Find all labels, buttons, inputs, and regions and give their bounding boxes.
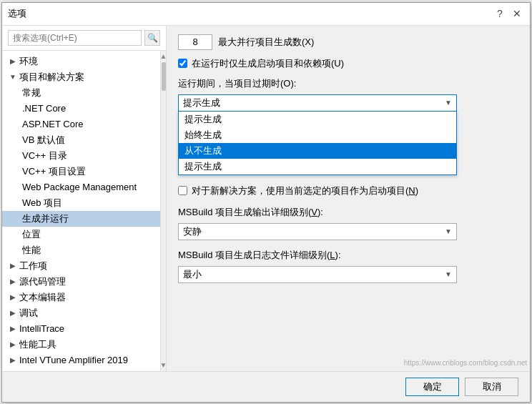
dropdown-container: 提示生成 ▼ 提示生成 始终生成 从不生成 提示生成	[178, 94, 518, 112]
tree-item-intellitrace[interactable]: ▶ IntelliTrace	[2, 321, 160, 337]
tree-item-gzx[interactable]: ▶ 工作项	[2, 258, 160, 274]
tree-item-scbinyx[interactable]: 生成并运行	[2, 211, 160, 227]
tree-item-vbmr[interactable]: VB 默认值	[2, 132, 160, 148]
tree-label-intellitrace: IntelliTrace	[19, 323, 64, 334]
tree-item-xmjjfa[interactable]: ▼ 项目和解决方案	[2, 69, 160, 85]
tree-label-intelvtune: Intel VTune Amplifier 2019	[19, 355, 128, 365]
tree-label-ydmgl: 源代码管理	[19, 275, 66, 288]
tree-label-gzx: 工作项	[19, 260, 47, 272]
msbuild-output-arrow-icon: ▼	[445, 227, 452, 235]
runtime-expired-label: 运行期间，当项目过期时(O):	[178, 78, 296, 89]
tree-item-aspnetcore[interactable]: ASP.NET Core	[2, 117, 160, 132]
new-solution-shortcut: N	[408, 185, 415, 196]
tree-label-scbinyx: 生成并运行	[22, 212, 69, 225]
runtime-only-checkbox[interactable]	[178, 59, 187, 68]
tree-item-wz[interactable]: 位置	[2, 227, 160, 242]
expand-icon-gzx: ▶	[8, 261, 18, 271]
max-parallel-label: 最大并行项目生成数(X)	[218, 36, 314, 49]
msbuild-output-shortcut: V	[311, 207, 317, 217]
expand-icon-xmjjfa: ▼	[8, 72, 18, 82]
tree-label-vcppmulu: VC++ 目录	[22, 149, 67, 162]
tree-item-cr[interactable]: 常规	[2, 85, 160, 101]
expand-icon-xngj: ▶	[8, 340, 18, 350]
tree-item-netcore[interactable]: .NET Core	[2, 101, 160, 117]
dropdown-option-tishishengcheng2[interactable]: 提示生成	[179, 159, 456, 174]
tree-label-netcore: .NET Core	[22, 103, 66, 114]
expand-icon-ydmgl: ▶	[8, 277, 18, 287]
right-panel: 8 最大并行项目生成数(X) 在运行时仅生成启动项目和依赖项(U) 运行期间，当…	[167, 26, 530, 371]
dropdown-option-tishishengcheng[interactable]: 提示生成	[179, 112, 456, 127]
tree-label-cr: 常规	[22, 87, 41, 99]
tree-label-aspnetcore: ASP.NET Core	[22, 119, 84, 129]
title-bar-buttons: ? ✕	[493, 6, 524, 21]
help-button[interactable]: ?	[493, 6, 507, 21]
tree-item-wbbj[interactable]: ▶ 文本编辑器	[2, 290, 160, 305]
tree-label-ts: 调试	[19, 307, 38, 320]
tree-item-ts[interactable]: ▶ 调试	[2, 305, 160, 321]
dialog-content: 🔍 ▶ 环境 ▼ 项目和解决方案	[2, 26, 530, 371]
msbuild-log-shortcut: L	[330, 250, 335, 260]
expand-icon-hj: ▶	[8, 56, 18, 66]
tree-item-hj[interactable]: ▶ 环境	[2, 54, 160, 69]
max-parallel-row: 8 最大并行项目生成数(X)	[178, 34, 518, 50]
search-box: 🔍	[2, 26, 166, 51]
dropdown-option-shizhongshengcheng[interactable]: 始终生成	[179, 127, 456, 143]
tree-label-xngj: 性能工具	[19, 338, 56, 351]
msbuild-log-label: MSBuild 项目生成日志文件详细级别(L):	[178, 249, 518, 262]
runtime-only-row: 在运行时仅生成启动项目和依赖项(U)	[178, 57, 518, 70]
msbuild-log-dropdown[interactable]: 最小 ▼	[178, 266, 457, 283]
close-button[interactable]: ✕	[510, 6, 524, 21]
tree-item-xngj[interactable]: ▶ 性能工具	[2, 337, 160, 353]
runtime-expired-section: 运行期间，当项目过期时(O):	[178, 77, 518, 90]
ok-button[interactable]: 确定	[405, 378, 459, 396]
search-input[interactable]	[8, 30, 142, 46]
dropdown-options-list: 提示生成 始终生成 从不生成 提示生成	[178, 112, 457, 175]
watermark: https://www.cnblogs.com/blog.csdn.net	[404, 359, 527, 367]
search-icon[interactable]: 🔍	[144, 30, 160, 46]
tree-item-intelvtune[interactable]: ▶ Intel VTune Amplifier 2019	[2, 353, 160, 368]
new-solution-row: 对于新解决方案，使用当前选定的项目作为启动项目(N)	[178, 184, 518, 197]
tree-label-vcppxmsz: VC++ 项目设置	[22, 165, 86, 178]
msbuild-output-value: 安静	[183, 225, 202, 238]
new-solution-checkbox[interactable]	[178, 186, 187, 195]
msbuild-output-label: MSBuild 项目生成输出详细级别(V):	[178, 206, 518, 219]
tree-label-webxm: Web 项目	[22, 197, 62, 210]
tree-item-vcppxmsz[interactable]: VC++ 项目设置	[2, 164, 160, 179]
main-dropdown[interactable]: 提示生成 ▼	[178, 94, 457, 112]
tree-scroll-wrapper: ▶ 环境 ▼ 项目和解决方案 常规 .NET Cor	[2, 51, 166, 371]
tree-item-vcppmulu[interactable]: VC++ 目录	[2, 148, 160, 164]
tree-label-hj: 环境	[19, 55, 38, 68]
tree-item-xn[interactable]: 性能	[2, 242, 160, 258]
dropdown-arrow-icon: ▼	[445, 99, 452, 107]
msbuild-output-dropdown[interactable]: 安静 ▼	[178, 223, 457, 240]
expand-icon-wbbj: ▶	[8, 292, 18, 302]
runtime-only-label: 在运行时仅生成启动项目和依赖项(U)	[192, 57, 344, 70]
dialog-title: 选项	[8, 7, 26, 20]
tree-item-webxm[interactable]: Web 项目	[2, 195, 160, 211]
scroll-thumb	[162, 62, 166, 91]
scroll-up-btn[interactable]: ▲	[161, 51, 166, 62]
expand-icon-ts: ▶	[8, 308, 18, 318]
cancel-button[interactable]: 取消	[465, 378, 518, 396]
tree-label-wbbj: 文本编辑器	[19, 291, 66, 304]
dropdown-selected-text: 提示生成	[183, 97, 220, 109]
tree-label-xn: 性能	[22, 244, 41, 257]
scroll-down-btn[interactable]: ▼	[161, 360, 166, 371]
tree-item-ydmgl[interactable]: ▶ 源代码管理	[2, 274, 160, 290]
dropdown-option-congbushengcheng[interactable]: 从不生成	[179, 143, 456, 159]
tree-scrollbar[interactable]: ▲ ▼	[160, 51, 166, 371]
left-panel: 🔍 ▶ 环境 ▼ 项目和解决方案	[2, 26, 167, 371]
expand-icon-intelvtune: ▶	[8, 355, 18, 365]
tree-label-xmjjfa: 项目和解决方案	[19, 71, 84, 84]
msbuild-log-section: MSBuild 项目生成日志文件详细级别(L): 最小 ▼	[178, 249, 518, 283]
tree-label-webpkg: Web Package Management	[22, 182, 137, 192]
footer: 确定 取消	[2, 371, 530, 402]
max-parallel-input[interactable]: 8	[178, 34, 212, 50]
msbuild-log-value: 最小	[183, 268, 202, 281]
new-solution-label: 对于新解决方案，使用当前选定的项目作为启动项目(N)	[192, 184, 418, 197]
scroll-track	[161, 62, 166, 360]
msbuild-output-section: MSBuild 项目生成输出详细级别(V): 安静 ▼	[178, 206, 518, 240]
tree-container: ▶ 环境 ▼ 项目和解决方案 常规 .NET Cor	[2, 51, 160, 371]
tree-item-webpkg[interactable]: Web Package Management	[2, 179, 160, 195]
tree-label-wz: 位置	[22, 228, 41, 241]
